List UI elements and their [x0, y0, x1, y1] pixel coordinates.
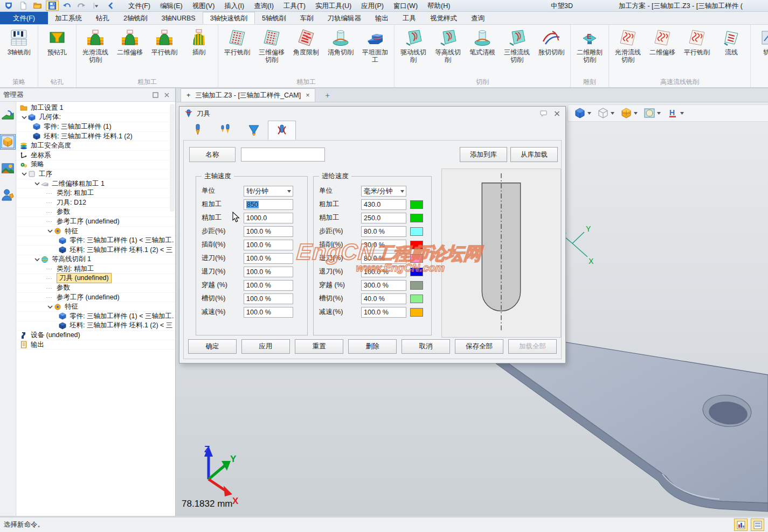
ribbon-button[interactable]: 轨迹 — [752, 26, 768, 56]
feed-input[interactable]: 100.0 % — [361, 267, 406, 277]
ribbon-tab[interactable]: 查询 — [464, 12, 492, 24]
ribbon-tab[interactable]: 2轴铣削 — [116, 12, 154, 24]
menubar-item[interactable]: 查询(I) — [249, 0, 279, 12]
ribbon-button[interactable]: 胀切切削 — [534, 26, 569, 56]
ribbon-button[interactable]: 平坦面加工 — [358, 26, 392, 64]
ribbon-tab[interactable]: 文件(F) — [0, 12, 48, 24]
app-logo-button[interactable] — [2, 1, 15, 11]
feed-color-swatch[interactable] — [410, 214, 423, 222]
tree-item[interactable]: 几何体: — [17, 113, 175, 123]
ribbon-button[interactable]: 光滑流线切削 — [611, 26, 645, 64]
tree-item[interactable]: 等高线切削 1 — [17, 255, 175, 265]
menubar-item[interactable]: 应用(P) — [356, 0, 389, 12]
list-button[interactable] — [751, 519, 764, 531]
chevron-down-icon[interactable] — [33, 181, 41, 186]
tree-item[interactable]: 类别: 精加工 — [17, 264, 175, 274]
ribbon-tab[interactable]: 3轴NURBS — [154, 12, 202, 24]
tree-item[interactable]: 零件: 三轴加工样件 (1) < 三轴加工. — [17, 236, 175, 246]
ribbon-tab[interactable]: 3轴快速铣削 — [203, 12, 255, 24]
tree-item[interactable]: 参考工序 (undefined) — [17, 217, 175, 227]
menubar-item[interactable]: 编辑(E) — [155, 0, 188, 12]
spindle-input[interactable]: 100.0 % — [244, 226, 293, 237]
tree-item[interactable]: 特征 — [17, 302, 175, 312]
feed-color-swatch[interactable] — [410, 227, 423, 236]
spindle-input[interactable]: 100.0 % — [244, 307, 293, 318]
ribbon-button[interactable]: 三维流线切削 — [500, 26, 534, 64]
tree-item[interactable]: 刀具 (undefined) — [17, 274, 175, 284]
dialog-button[interactable]: 取消 — [402, 339, 450, 354]
panel-close-icon[interactable] — [164, 92, 170, 98]
tree-item[interactable]: 坯料: 三轴加工样件 坯料.1 (2) < 三 — [17, 321, 175, 331]
tree-item[interactable]: 设备 (undefined) — [17, 331, 175, 340]
dialog-title-bar[interactable]: 刀具 — [179, 107, 565, 121]
ribbon-tab[interactable]: 输出 — [368, 12, 396, 24]
new-file-button[interactable] — [17, 1, 30, 11]
ribbon-tab[interactable]: 5轴铣削 — [255, 12, 293, 24]
spindle-input[interactable]: 1000.0 — [244, 213, 293, 223]
ribbon-button[interactable]: 驱动线切削 — [396, 26, 431, 64]
chart-button[interactable] — [734, 519, 748, 531]
feed-input[interactable]: 100.0 % — [361, 307, 406, 318]
name-label-button[interactable]: 名称 — [189, 147, 236, 162]
menubar-item[interactable]: 视图(V) — [188, 0, 220, 12]
tree-item[interactable]: 坯料: 三轴加工样件 坯料.1 (2) — [17, 132, 175, 142]
tree-item[interactable]: 参数 — [17, 208, 175, 218]
ribbon-button[interactable]: 流线 — [714, 26, 749, 56]
menubar-item[interactable]: 插入(I) — [219, 0, 249, 12]
ribbon-button[interactable]: 光滑流线切削 — [78, 26, 113, 64]
dialog-close-icon[interactable] — [553, 110, 561, 117]
render-view-button[interactable] — [1, 161, 15, 176]
chevron-down-icon[interactable] — [33, 257, 41, 262]
feed-input[interactable]: 40.0 % — [361, 293, 406, 304]
tree-item[interactable]: 工序 — [17, 170, 175, 179]
tree-item[interactable]: 参数 — [17, 283, 175, 293]
chevron-down-icon[interactable] — [20, 171, 28, 177]
ribbon-button[interactable]: 三维偏移切削 — [254, 26, 289, 64]
ribbon-button[interactable]: 清角切削 — [323, 26, 358, 56]
feed-input[interactable]: 80.0 % — [361, 253, 406, 264]
spindle-input[interactable]: 100.0 % — [244, 240, 293, 250]
tree-item[interactable]: 零件: 三轴加工样件 (1) — [17, 122, 175, 132]
ribbon-tab[interactable]: 加工系统 — [48, 12, 89, 24]
tool-name-input[interactable] — [241, 148, 325, 162]
feed-color-swatch[interactable] — [410, 254, 423, 263]
user-button[interactable] — [1, 187, 15, 202]
feed-color-swatch[interactable] — [410, 200, 423, 209]
new-tab-button[interactable]: + — [320, 88, 335, 102]
tree-item[interactable]: 加工安全高度 — [17, 141, 175, 151]
ribbon-button[interactable]: 3轴铣削 — [2, 26, 36, 56]
tree-item[interactable]: 特征 — [17, 227, 175, 236]
tree-item[interactable]: 刀具: D12 — [17, 198, 175, 208]
ribbon-button[interactable]: 插削 — [182, 26, 216, 56]
menubar-item[interactable]: 帮助(H) — [423, 0, 455, 12]
feed-input[interactable]: 300.0 % — [361, 280, 406, 291]
tree-item[interactable]: 加工设置 1 — [17, 103, 175, 113]
undo-button[interactable] — [60, 1, 73, 11]
ribbon-button[interactable]: E 二维雕刻切削 — [572, 26, 607, 64]
ribbon-tab[interactable]: 刀轨编辑器 — [321, 12, 369, 24]
ribbon-tab[interactable]: 车削 — [293, 12, 321, 24]
menubar-item[interactable]: 文件(F) — [123, 0, 155, 12]
solid-view-button[interactable] — [1, 135, 15, 149]
tree-item[interactable]: 参考工序 (undefined) — [17, 293, 175, 303]
dialog-tab-tool-drill[interactable] — [184, 121, 212, 140]
ribbon-button[interactable]: 平行铣削 — [220, 26, 254, 56]
tab-plus-icon[interactable]: + — [186, 92, 190, 99]
tree-item[interactable]: 二维偏移粗加工 1 — [17, 179, 175, 189]
qat-dropdown-button[interactable] — [89, 1, 102, 11]
tree-item[interactable]: 类别: 粗加工 — [17, 188, 175, 198]
menubar-item[interactable]: 窗口(W) — [389, 0, 423, 12]
feed-input[interactable]: 30.0 % — [361, 240, 406, 250]
ribbon-button[interactable]: 二维偏移 — [645, 26, 680, 56]
feed-color-swatch[interactable] — [410, 281, 423, 290]
feed-unit-select[interactable]: 毫米/分钟 — [361, 186, 406, 197]
feed-color-swatch[interactable] — [410, 241, 423, 249]
load-from-library-button[interactable]: 从库加载 — [510, 147, 558, 162]
dialog-button[interactable]: 删除 — [348, 339, 397, 354]
menubar-item[interactable]: 工具(T) — [279, 0, 310, 12]
ribbon-button[interactable]: 笔式清根 — [465, 26, 500, 56]
ribbon-tab[interactable]: 工具 — [396, 12, 423, 24]
ribbon-button[interactable]: 等高线切削 — [431, 26, 465, 64]
dialog-button[interactable]: 确定 — [188, 339, 237, 354]
qat-collapse-button[interactable] — [104, 1, 117, 11]
